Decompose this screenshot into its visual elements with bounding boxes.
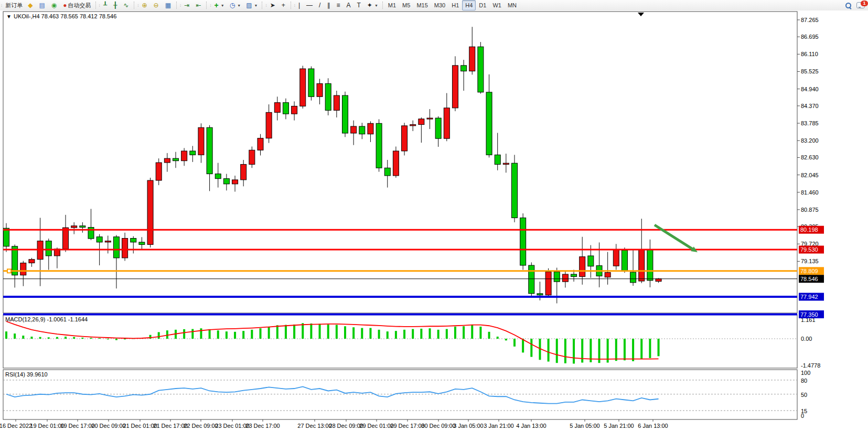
candle-body — [325, 83, 331, 110]
candlestick-chart-icon[interactable]: ╂ — [111, 0, 121, 10]
candle-body — [190, 151, 196, 155]
macd-histogram-bar — [387, 331, 389, 339]
templates-icon[interactable]: ▨▼ — [243, 0, 260, 10]
toolbar-grip[interactable]: ⁞ — [98, 3, 101, 8]
candle-body — [105, 241, 111, 242]
symbols-icon[interactable]: ◆ — [25, 0, 36, 10]
timeframe-button-m5[interactable]: M5 — [399, 0, 413, 10]
text-icon[interactable]: A — [344, 0, 354, 10]
periods-icon[interactable]: ◷▼ — [227, 0, 243, 10]
symbol-dropdown-icon[interactable]: ▼ — [6, 14, 12, 19]
price-axis-label: 81.460 — [801, 189, 819, 196]
toolbar-grip[interactable]: ⁞ — [209, 3, 211, 8]
candle-body — [613, 250, 619, 266]
candle-body — [486, 92, 492, 155]
data-window-icon[interactable]: ◉ — [49, 0, 60, 10]
candle-body — [147, 180, 153, 244]
timeframe-button-h1[interactable]: H1 — [448, 0, 462, 10]
chart-canvas[interactable]: 87.26586.69586.11085.52584.94084.37083.7… — [0, 10, 868, 431]
timeframe-button-m30[interactable]: M30 — [431, 0, 448, 10]
zoom-out-icon[interactable]: ⊖ — [151, 0, 163, 10]
line-chart-icon[interactable]: ∿ — [121, 0, 132, 10]
autotrade-button[interactable]: ●自动交易 — [60, 0, 93, 10]
candle-body — [164, 158, 170, 163]
price-axis-label: 82.630 — [801, 154, 819, 160]
macd-histogram-bar — [505, 339, 507, 340]
dropdown-arrow-icon[interactable]: ▼ — [221, 4, 224, 7]
vertical-line-icon[interactable]: | — [296, 0, 304, 10]
notifications-icon[interactable]: 1 — [856, 2, 865, 8]
fibonacci-icon[interactable]: ≡ — [334, 0, 344, 10]
chart-shift-icon[interactable]: ⇤ — [193, 0, 205, 10]
search-icon[interactable] — [845, 3, 851, 8]
cursor-icon[interactable]: ➤ — [267, 0, 279, 10]
macd-histogram-bar — [488, 332, 490, 339]
macd-histogram-bar — [251, 330, 253, 339]
rsi-pane[interactable] — [3, 370, 797, 419]
price-pane[interactable] — [3, 12, 797, 313]
dropdown-arrow-icon[interactable]: ▼ — [374, 4, 378, 7]
dropdown-arrow-icon[interactable]: ▼ — [254, 4, 258, 7]
horizontal-line-icon[interactable]: — — [304, 0, 316, 10]
macd-histogram-bar — [293, 325, 295, 339]
candle-body — [520, 218, 526, 265]
trendline-icon[interactable]: / — [316, 0, 324, 10]
time-axis-label: 22 Dec 09:00 — [184, 423, 218, 429]
candle-body — [342, 95, 348, 133]
macd-pane[interactable] — [3, 315, 797, 368]
bar-chart-icon[interactable]: ┸ — [101, 0, 111, 10]
dropdown-arrow-icon[interactable]: ▼ — [237, 4, 241, 7]
macd-histogram-bar — [522, 339, 524, 352]
macd-histogram-bar — [200, 328, 202, 339]
zoom-out-icon: ⊖ — [154, 2, 159, 8]
auto-scroll-icon: ⇥ — [184, 2, 189, 8]
fibonacci-icon: ≡ — [336, 2, 340, 8]
candle-body — [249, 150, 255, 164]
toolbar-group-pointer: ⁞➤+ — [264, 0, 288, 10]
candle-body — [283, 103, 288, 114]
macd-histogram-bar — [56, 337, 58, 339]
market-watch-icon[interactable]: ▤ — [36, 0, 48, 10]
new-order-button[interactable]: 新订单 — [3, 0, 25, 10]
crosshair-icon[interactable]: + — [279, 0, 289, 10]
macd-histogram-bar — [158, 332, 160, 339]
candle-body — [20, 263, 26, 275]
chart-window[interactable]: 87.26586.69586.11085.52584.94084.37083.7… — [0, 10, 868, 431]
add-indicator-icon[interactable]: +▼ — [212, 0, 227, 10]
data-window-icon: ◉ — [51, 2, 57, 8]
candle-body — [647, 250, 653, 281]
candle-body — [97, 237, 102, 242]
macd-histogram-bar — [276, 325, 278, 339]
tile-windows-icon[interactable]: ▦ — [163, 0, 175, 10]
periods-icon: ◷ — [230, 2, 235, 8]
equidistant-channel-icon[interactable]: ∥ — [324, 0, 334, 10]
macd-histogram-bar — [30, 337, 33, 339]
macd-histogram-bar — [302, 323, 304, 339]
timeframe-button-m1[interactable]: M1 — [385, 0, 399, 10]
candle-body — [131, 239, 136, 242]
timeframe-button-mn[interactable]: MN — [505, 0, 520, 10]
macd-histogram-bar — [378, 330, 380, 339]
time-axis-label: 3 Jan 21:00 — [484, 423, 514, 429]
macd-histogram-bar — [403, 330, 405, 339]
candle-body — [537, 294, 543, 295]
timeframe-button-d1[interactable]: D1 — [476, 0, 489, 10]
macd-histogram-bar — [268, 327, 270, 339]
toolbar-grip[interactable]: ⁞ — [264, 3, 267, 8]
macd-histogram-bar — [412, 329, 414, 339]
text-label-icon[interactable]: T — [354, 0, 364, 10]
timeframe-button-w1[interactable]: W1 — [489, 0, 505, 10]
time-axis-label: 29 Dec 01:00 — [359, 423, 393, 429]
timeframe-button-m15[interactable]: M15 — [413, 0, 431, 10]
price-flag-label: 77.942 — [800, 294, 818, 300]
macd-histogram-bar — [234, 332, 236, 339]
line-anchor-handle[interactable] — [7, 269, 11, 273]
zoom-in-icon[interactable]: ⊕ — [140, 0, 151, 10]
macd-axis-label: -1.4778 — [801, 362, 820, 369]
timeframe-button-h4[interactable]: H4 — [462, 0, 476, 10]
auto-scroll-icon[interactable]: ⇥ — [181, 0, 193, 10]
toolbar-grip[interactable]: ⁞ — [136, 3, 139, 8]
arrows-icon[interactable]: ✦▼ — [365, 0, 381, 10]
price-flag-label: 78.546 — [800, 276, 818, 282]
macd-histogram-bar — [39, 337, 41, 339]
